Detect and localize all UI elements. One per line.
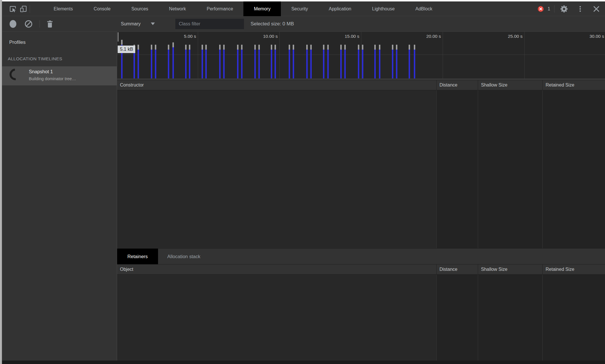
allocation-bar xyxy=(323,45,324,78)
allocation-bar xyxy=(275,45,276,78)
first-column-background xyxy=(117,90,436,248)
delete-profile-button[interactable] xyxy=(45,19,55,29)
tab-adblock[interactable]: AdBlock xyxy=(405,1,443,16)
column-separator xyxy=(478,90,478,248)
error-badge-icon xyxy=(537,5,544,12)
tab-memory[interactable]: Memory xyxy=(243,1,281,16)
allocation-bar xyxy=(205,45,207,78)
allocation-bar xyxy=(340,45,342,78)
first-column-background xyxy=(117,275,436,361)
timeline-tick-label: 25.00 s xyxy=(498,34,523,39)
tab-allocation-stack[interactable]: Allocation stack xyxy=(163,249,204,264)
memory-main-panel: 5.00 s10.00 s15.00 s20.00 s25.00 s30.00 … xyxy=(117,32,605,361)
constructor-column-header-retained-size[interactable]: Retained Size xyxy=(542,80,605,90)
object-column-header-object[interactable]: Object xyxy=(117,264,436,274)
record-button[interactable] xyxy=(8,19,18,29)
allocation-bar xyxy=(374,45,376,78)
allocation-bar xyxy=(219,45,221,78)
allocation-bar xyxy=(414,45,415,78)
allocation-bar xyxy=(396,45,397,78)
allocation-bar xyxy=(189,45,190,78)
timeline-gridline xyxy=(279,32,280,80)
allocation-bar xyxy=(168,45,169,78)
allocation-bar xyxy=(254,45,256,78)
profiles-sidebar: Profiles ALLOCATION TIMELINES Snapshot 1… xyxy=(2,32,117,361)
block-icon xyxy=(24,20,33,28)
column-separator xyxy=(436,90,437,248)
allocation-bar xyxy=(237,45,238,78)
class-filter-input[interactable] xyxy=(175,19,244,29)
timeline-tick-label: 15.00 s xyxy=(335,34,359,39)
timeline-tick-label: 20.00 s xyxy=(416,34,441,39)
timeline-gridline xyxy=(443,32,443,80)
object-table-header: ObjectDistanceShallow SizeRetained Size xyxy=(117,264,605,275)
allocation-bar xyxy=(289,45,290,78)
allocation-bar xyxy=(155,45,156,78)
inspect-button[interactable] xyxy=(8,4,18,14)
close-button[interactable] xyxy=(592,4,601,14)
tabbar-divider xyxy=(554,5,555,13)
window-left-scrollbar[interactable] xyxy=(0,0,2,364)
clear-button[interactable] xyxy=(24,19,33,29)
allocation-bar xyxy=(310,45,312,78)
perspective-select[interactable]: Summary xyxy=(121,16,155,31)
constructor-table-body[interactable] xyxy=(117,90,605,249)
timeline-gridline xyxy=(198,32,198,80)
snapshot-list-item[interactable]: Snapshot 1 Building dominator tree… xyxy=(2,66,117,85)
allocation-bar xyxy=(223,45,225,78)
constructor-column-header-distance[interactable]: Distance xyxy=(436,80,478,90)
allocation-bar xyxy=(392,45,393,78)
tab-network[interactable]: Network xyxy=(159,1,196,16)
devtools-tabbar: ElementsConsoleSourcesNetworkPerformance… xyxy=(2,1,605,16)
timeline-tick-label: 10.00 s xyxy=(253,34,278,39)
tab-application[interactable]: Application xyxy=(318,1,362,16)
allocation-bar xyxy=(409,45,410,78)
tab-lighthouse[interactable]: Lighthouse xyxy=(362,1,405,16)
tab-console[interactable]: Console xyxy=(83,1,121,16)
tab-performance[interactable]: Performance xyxy=(196,1,244,16)
selected-size-label: Selected size: 0 MB xyxy=(251,16,294,31)
inspect-icon xyxy=(9,5,17,13)
close-icon xyxy=(592,5,600,13)
object-column-header-retained-size[interactable]: Retained Size xyxy=(542,264,605,274)
allocation-bar xyxy=(293,45,294,78)
allocation-bar xyxy=(151,45,152,78)
retainers-tabbar: Retainers Allocation stack xyxy=(117,249,605,264)
more-options-button[interactable] xyxy=(576,4,585,14)
object-column-header-shallow-size[interactable]: Shallow Size xyxy=(478,264,542,274)
allocation-bar xyxy=(306,45,308,78)
column-separator xyxy=(542,275,543,361)
object-table-body[interactable] xyxy=(117,275,605,361)
allocation-bar xyxy=(258,45,260,78)
allocation-bar xyxy=(241,45,243,78)
allocation-timeline-chart[interactable]: 5.00 s10.00 s15.00 s20.00 s25.00 s30.00 … xyxy=(117,32,605,80)
column-separator xyxy=(436,275,437,361)
snapshot-title: Snapshot 1 xyxy=(29,69,53,74)
column-separator xyxy=(478,275,478,361)
bottom-edge-strip xyxy=(2,361,605,364)
allocation-bar xyxy=(185,45,187,78)
perspective-select-label: Summary xyxy=(121,21,140,27)
toolbar-divider xyxy=(40,20,40,28)
error-badge[interactable] xyxy=(534,4,547,14)
allocation-bar xyxy=(271,45,272,78)
panel-tabs: ElementsConsoleSourcesNetworkPerformance… xyxy=(43,1,443,16)
allocation-bar xyxy=(358,45,359,78)
tab-elements[interactable]: Elements xyxy=(43,1,83,16)
constructor-column-header-shallow-size[interactable]: Shallow Size xyxy=(478,80,542,90)
tab-sources[interactable]: Sources xyxy=(121,1,159,16)
kebab-icon xyxy=(576,5,584,13)
object-column-header-distance[interactable]: Distance xyxy=(436,264,478,274)
allocation-bar xyxy=(379,45,380,78)
tab-security[interactable]: Security xyxy=(281,1,318,16)
allocation-bar xyxy=(138,45,139,78)
settings-button[interactable] xyxy=(559,4,569,14)
allocation-bar xyxy=(362,45,363,78)
timeline-gridline xyxy=(361,32,361,80)
constructor-column-header-constructor[interactable]: Constructor xyxy=(117,80,436,90)
device-toolbar-icon xyxy=(19,5,27,13)
tab-retainers[interactable]: Retainers xyxy=(117,249,158,264)
device-toolbar-button[interactable] xyxy=(19,4,28,14)
column-separator xyxy=(542,90,543,248)
allocation-bar xyxy=(327,45,329,78)
